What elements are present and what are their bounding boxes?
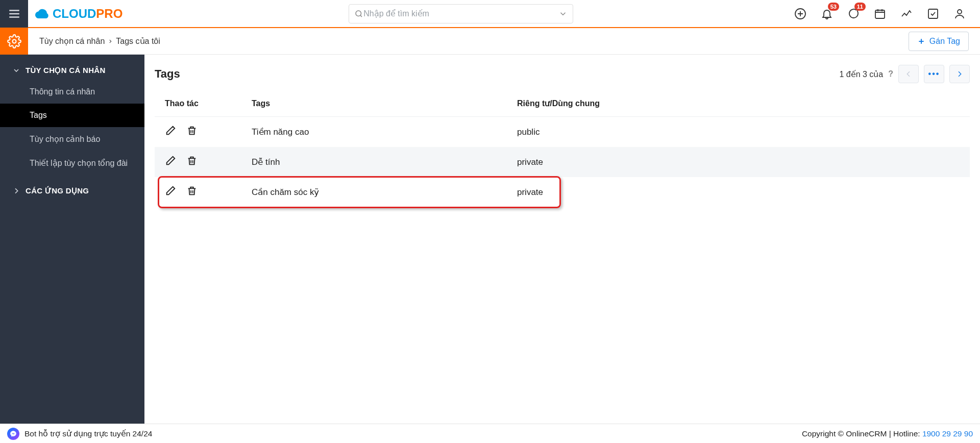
add-button[interactable]: [794, 8, 806, 20]
messages-badge: 11: [854, 3, 866, 11]
search-input[interactable]: [363, 9, 558, 18]
toolbar-right: 53 11: [794, 8, 980, 20]
chevron-right-icon: [12, 187, 20, 195]
sidebar-group-label: TÙY CHỌN CÁ NHÂN: [26, 66, 106, 75]
plus-circle-icon: [794, 8, 806, 20]
sub-header: Tùy chọn cá nhân Tags của tôi Gán Tag: [0, 28, 980, 55]
messages-button[interactable]: 11: [847, 8, 860, 20]
table-row: Tiềm năng caopublic: [155, 117, 970, 147]
cell-visibility: private: [507, 177, 970, 207]
svg-point-4: [958, 10, 962, 14]
cell-tag: Dễ tính: [241, 147, 507, 177]
check-square-icon: [927, 8, 939, 20]
breadcrumb-parent[interactable]: Tùy chọn cá nhân: [39, 36, 105, 46]
profile-button[interactable]: [953, 8, 966, 20]
sidebar-group-label: CÁC ỨNG DỤNG: [26, 186, 89, 195]
gear-icon: [7, 34, 21, 48]
sidebar-item[interactable]: Thông tin cá nhân: [0, 80, 144, 104]
breadcrumb-bar: Tùy chọn cá nhân Tags của tôi Gán Tag: [28, 28, 980, 55]
chevron-right-icon: [955, 70, 964, 78]
cell-tag: Tiềm năng cao: [241, 117, 507, 147]
svg-rect-3: [928, 9, 938, 18]
notifications-badge: 53: [828, 3, 839, 11]
page-title: Tags: [155, 67, 180, 81]
page-more-button[interactable]: •••: [924, 65, 944, 83]
assign-tag-button[interactable]: Gán Tag: [909, 32, 969, 51]
trash-icon: [186, 125, 198, 136]
cloud-logo-icon: [33, 5, 52, 23]
table-row: Dễ tínhprivate: [155, 147, 970, 177]
delete-button[interactable]: [186, 125, 198, 139]
chevron-down-icon: [12, 66, 20, 75]
chart-icon: [900, 8, 913, 20]
notifications-button[interactable]: 53: [821, 8, 833, 20]
col-tags: Tags: [241, 90, 507, 117]
logo[interactable]: CLOUDPRO: [28, 0, 128, 28]
global-search[interactable]: [349, 4, 573, 23]
edit-button[interactable]: [165, 155, 176, 169]
svg-rect-2: [875, 10, 885, 18]
breadcrumb-current: Tags của tôi: [116, 36, 160, 46]
plus-icon: [917, 37, 925, 45]
svg-point-0: [356, 11, 361, 16]
sidebar: TÙY CHỌN CÁ NHÂN Thông tin cá nhânTagsTù…: [0, 55, 144, 424]
cell-tag: Cần chăm sóc kỹ: [241, 177, 507, 207]
assign-tag-label: Gán Tag: [929, 37, 960, 46]
footer-hotline[interactable]: 1900 29 29 90: [922, 429, 973, 438]
edit-button[interactable]: [165, 125, 176, 139]
delete-button[interactable]: [186, 155, 198, 169]
delete-button[interactable]: [186, 185, 198, 199]
user-icon: [953, 8, 966, 20]
messenger-icon: [10, 430, 17, 437]
search-icon: [354, 9, 363, 18]
footer-copyright: Copyright © OnlineCRM | Hotline:: [802, 429, 922, 438]
calendar-button[interactable]: [874, 8, 886, 20]
cell-visibility: private: [507, 147, 970, 177]
sidebar-group-personal[interactable]: TÙY CHỌN CÁ NHÂN: [0, 55, 144, 80]
chevron-down-icon[interactable]: [558, 9, 568, 18]
sidebar-group-apps[interactable]: CÁC ỨNG DỤNG: [0, 175, 144, 201]
chevron-right-icon: [108, 38, 113, 44]
footer: Bot hỗ trợ sử dụng trực tuyến 24/24 Copy…: [0, 424, 980, 443]
cell-visibility: public: [507, 117, 970, 147]
edit-icon: [165, 125, 176, 136]
edit-icon: [165, 155, 176, 166]
pagination-total: ?: [888, 69, 893, 79]
col-actions: Thao tác: [155, 90, 241, 117]
sidebar-item[interactable]: Tags: [0, 104, 144, 127]
hamburger-menu[interactable]: [0, 0, 28, 28]
page-next-button[interactable]: [949, 65, 970, 83]
pagination: 1 đến 3 của ? •••: [839, 65, 970, 83]
trash-icon: [186, 185, 198, 196]
trash-icon: [186, 155, 198, 166]
pagination-text: 1 đến 3 của: [839, 69, 883, 79]
sidebar-item[interactable]: Tùy chọn cảnh báo: [0, 127, 144, 151]
sidebar-item[interactable]: Thiết lập tùy chọn tổng đài: [0, 151, 144, 175]
col-visibility: Riêng tư/Dùng chung: [507, 90, 970, 117]
messenger-button[interactable]: [7, 428, 19, 440]
hamburger-icon: [8, 7, 21, 20]
edit-icon: [165, 185, 176, 196]
topbar: CLOUDPRO 53 11: [0, 0, 980, 28]
svg-point-5: [12, 40, 16, 43]
footer-bot-text: Bot hỗ trợ sử dụng trực tuyến 24/24: [24, 429, 152, 438]
tags-table: Thao tác Tags Riêng tư/Dùng chung Tiềm n…: [155, 90, 970, 207]
settings-rail[interactable]: [0, 28, 28, 55]
page-prev-button[interactable]: [898, 65, 919, 83]
main-content: Tags 1 đến 3 của ? ••• Thao tác Tags: [144, 55, 980, 424]
edit-button[interactable]: [165, 185, 176, 199]
analytics-button[interactable]: [900, 8, 913, 20]
ellipsis-icon: •••: [928, 69, 940, 79]
chevron-left-icon: [904, 70, 913, 78]
calendar-icon: [874, 8, 886, 20]
table-row: Cần chăm sóc kỹprivate: [155, 177, 970, 207]
tasks-button[interactable]: [927, 8, 939, 20]
